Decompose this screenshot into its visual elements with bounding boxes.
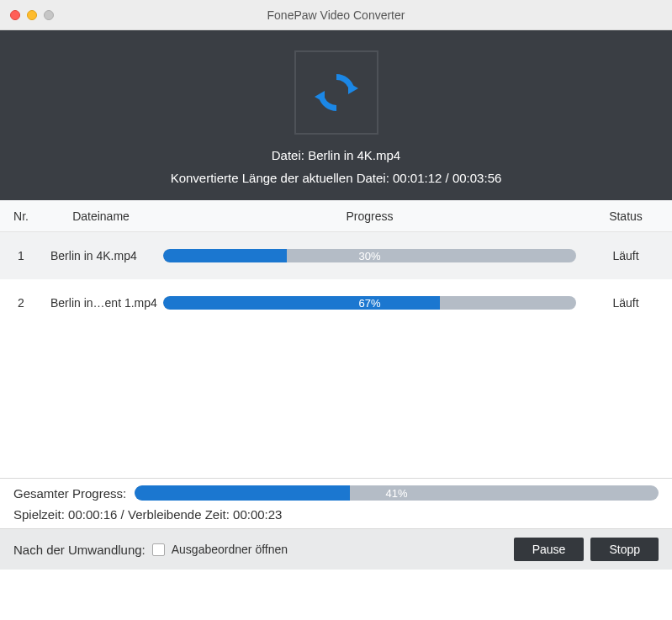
- window-controls: [10, 10, 54, 20]
- row-filename: Berlin in…ent 1.mp4: [42, 296, 160, 310]
- stop-button[interactable]: Stopp: [590, 538, 659, 561]
- progress-bar: 67%: [163, 296, 576, 310]
- col-nr: Nr.: [0, 209, 42, 223]
- played-time: 00:00:16: [68, 507, 117, 522]
- total-time: 00:03:56: [452, 171, 501, 185]
- time-sep: /: [442, 171, 452, 185]
- open-folder-checkbox[interactable]: [152, 543, 165, 556]
- table-row: 1 Berlin in 4K.mp4 30% Läuft: [0, 232, 672, 279]
- progress-text: 30%: [163, 249, 576, 262]
- close-icon[interactable]: [10, 10, 20, 20]
- footer-bar: Nach der Umwandlung: Ausgabeordner öffne…: [0, 528, 672, 570]
- svg-marker-1: [315, 91, 325, 103]
- window-title: FonePaw Video Converter: [0, 8, 672, 22]
- row-status: Läuft: [579, 249, 672, 262]
- remaining-time: 00:00:23: [233, 507, 282, 522]
- pause-button[interactable]: Pause: [514, 538, 585, 561]
- svg-marker-0: [348, 82, 358, 94]
- file-prefix: Datei:: [272, 148, 308, 162]
- progress-text: 41%: [135, 485, 659, 501]
- time-info: Spielzeit: 00:00:16 / Verbleibende Zeit:…: [0, 504, 672, 528]
- converted-prefix: Konvertierte Länge der aktuellen Datei:: [171, 171, 393, 185]
- row-progress: 67%: [160, 296, 579, 310]
- titlebar: FonePaw Video Converter: [0, 0, 672, 30]
- task-list: 1 Berlin in 4K.mp4 30% Läuft 2 Berlin in…: [0, 232, 672, 478]
- after-conversion-label: Nach der Umwandlung:: [13, 543, 146, 557]
- overall-progress-row: Gesamter Progress: 41%: [0, 479, 672, 504]
- convert-icon: [310, 66, 363, 119]
- col-status: Status: [579, 209, 672, 223]
- current-file-line: Datei: Berlin in 4K.mp4: [0, 148, 672, 162]
- maximize-icon: [44, 10, 54, 20]
- progress-bar: 30%: [163, 249, 576, 262]
- row-nr: 1: [0, 249, 42, 262]
- played-label: Spielzeit:: [13, 507, 68, 522]
- table-row: 2 Berlin in…ent 1.mp4 67% Läuft: [0, 279, 672, 326]
- row-progress: 30%: [160, 249, 579, 262]
- overall-progress-bar: 41%: [135, 485, 659, 501]
- file-name: Berlin in 4K.mp4: [308, 148, 400, 162]
- overall-label: Gesamter Progress:: [13, 486, 126, 501]
- hero-panel: Datei: Berlin in 4K.mp4 Konvertierte Län…: [0, 30, 672, 200]
- time-sep2: /: [117, 507, 128, 522]
- progress-text: 67%: [163, 296, 576, 310]
- converted-time: 00:01:12: [393, 171, 442, 185]
- row-status: Läuft: [579, 296, 672, 310]
- app-logo-box: [294, 50, 378, 135]
- col-progress: Progress: [160, 209, 579, 223]
- col-name: Dateiname: [42, 209, 160, 223]
- remaining-label: Verbleibende Zeit:: [128, 507, 233, 522]
- row-nr: 2: [0, 296, 42, 310]
- minimize-icon[interactable]: [27, 10, 37, 20]
- row-filename: Berlin in 4K.mp4: [42, 249, 160, 262]
- converted-length-line: Konvertierte Länge der aktuellen Datei: …: [0, 171, 672, 185]
- open-folder-label[interactable]: Ausgabeordner öffnen: [172, 543, 288, 556]
- table-header: Nr. Dateiname Progress Status: [0, 200, 672, 232]
